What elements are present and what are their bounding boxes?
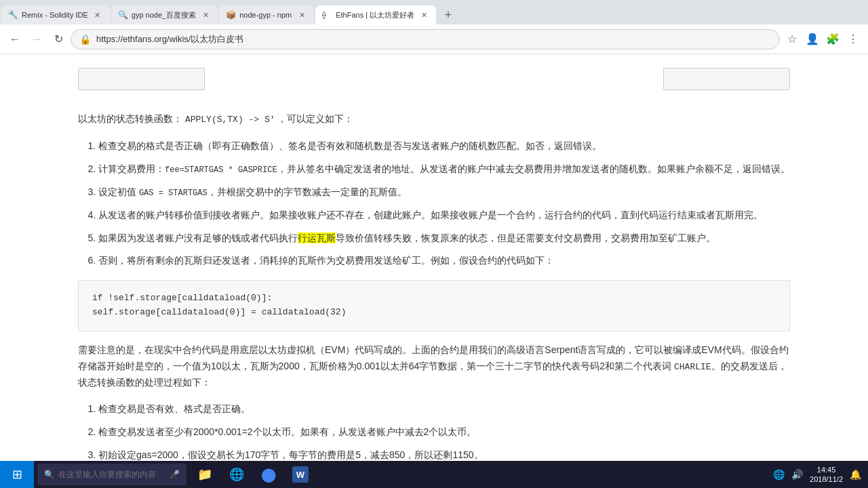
list-item-text: 如果因为发送者账户没有足够的钱或者代码执行行运瓦斯导致价值转移失败，恢复原来的状… [98,232,715,243]
tab-favicon-npm: 📦 [226,10,235,20]
tab-title-remix: Remix - Solidity IDE [22,11,88,19]
taskbar-search-input[interactable] [58,470,167,479]
chrome-icon: ⬤ [260,466,277,483]
tab-close-npm[interactable]: ✕ [296,9,307,20]
file-explorer-icon: 📁 [197,466,213,483]
list-item: 计算交易费用：fee=STARTGAS * GASPRICE，并从签名中确定发送… [98,161,790,178]
code-block: if !self.storage[calldataload(0)]: self.… [78,280,790,331]
tab-npm[interactable]: 📦 node-gyp - npm ✕ [219,5,314,24]
taskbar-time: 14:45 2018/11/2 [810,465,843,485]
mic-icon: 🎤 [170,470,180,479]
search-icon: 🔍 [44,470,54,479]
list-item-text: 否则，将所有剩余的瓦斯归还发送者，消耗掉的瓦斯作为交易费用发送给矿工。例如，假设… [98,255,554,266]
lock-icon: 🔒 [79,34,91,45]
clock-time: 14:45 [810,465,843,474]
profile-button[interactable]: 👤 [803,30,822,49]
charlie-code: CHARLIE [674,362,711,372]
list-item-text: 从发送者的账户转移价值到接收者账户。如果接收账户还不存在，创建此账户。如果接收账… [98,209,763,220]
content-area[interactable]: 以太坊的状态转换函数： APPLY(S,TX) -> S' ，可以定义如下： 检… [0,54,868,461]
tab-ethfans[interactable]: ⟠ EthFans | 以太坊爱好者 ✕ [315,5,436,24]
network-icon: 🌐 [773,469,785,480]
list-item: 检查交易的格式是否正确（即有正确数值）、签名是否有效和随机数是否与发送者账户的随… [98,138,790,155]
state-function-suffix: ，可以定义如下： [277,113,353,124]
top-right-button[interactable] [663,68,790,90]
state-function-label: 以太坊的状态转换函数： [78,113,182,124]
new-tab-button[interactable]: + [439,5,458,24]
taskbar: ⊞ 🔍 🎤 📁 🌐 ⬤ W 🌐 🔊 14:45 2018/11/2 🔔 [0,461,868,488]
list-item: 从发送者的账户转移价值到接收者账户。如果接收账户还不存在，创建此账户。如果接收账… [98,207,790,224]
nav-actions: ☆ 👤 🧩 ⋮ [783,30,863,49]
code-line-1: if !self.storage[calldataload(0)]: [92,291,776,306]
address-bar[interactable]: 🔒 [71,29,780,49]
page-content: 以太坊的状态转换函数： APPLY(S,TX) -> S' ，可以定义如下： 检… [64,54,804,461]
state-function-code: APPLY(S,TX) -> S' [185,115,275,125]
list-item-text: 检查交易是否有效、格式是否正确。 [98,403,250,414]
list-item: 初始设定gas=2000，假设交易长为170字节，每字节的费用是5，减去850，… [98,447,790,461]
url-input[interactable] [96,34,771,44]
tab-bar: 🔧 Remix - Solidity IDE ✕ 🔍 gyp node_百度搜索… [0,0,868,24]
list-item: 如果因为发送者账户没有足够的钱或者代码执行行运瓦斯导致价值转移失败，恢复原来的状… [98,230,790,247]
volume-icon: 🔊 [791,469,803,480]
menu-button[interactable]: ⋮ [844,30,863,49]
tab-title-baidu: gyp node_百度搜索 [132,10,196,20]
list-item: 检查交易发送者至少有2000*0.001=2个以太币。如果有，从发送者账户中减去… [98,424,790,441]
highlighted-text: 行运瓦斯 [298,232,336,243]
edge-icon: 🌐 [229,466,245,483]
taskbar-app-edge[interactable]: 🌐 [222,461,252,488]
state-function-intro: 以太坊的状态转换函数： APPLY(S,TX) -> S' ，可以定义如下： [78,110,790,127]
list-item-text: 设定初值 GAS = STARTGAS，并根据交易中的字节数减去一定量的瓦斯值。 [98,186,407,197]
taskbar-tray: 🌐 🔊 14:45 2018/11/2 🔔 [773,465,868,485]
tab-baidu[interactable]: 🔍 gyp node_百度搜索 ✕ [111,5,218,24]
second-list: 检查交易是否有效、格式是否正确。 检查交易发送者至少有2000*0.001=2个… [78,401,790,461]
list-item: 否则，将所有剩余的瓦斯归还发送者，消耗掉的瓦斯作为交易费用发送给矿工。例如，假设… [98,253,790,269]
list-item-text: 初始设定gas=2000，假设交易长为170字节，每字节的费用是5，减去850，… [98,449,484,460]
top-buttons [78,61,790,97]
tab-title-npm: node-gyp - npm [239,11,292,19]
taskbar-app-fileexplorer[interactable]: 📁 [190,461,220,488]
notification-icon[interactable]: 🔔 [850,469,861,480]
taskbar-app-word[interactable]: W [285,461,315,488]
paragraph-2: 需要注意的是，在现实中合约代码是用底层以太坊虚拟机（EVM）代码写成的。上面的合… [78,342,790,391]
list-item-text: 检查交易发送者至少有2000*0.001=2个以太币。如果有，从发送者账户中减去… [98,426,476,437]
taskbar-apps: 📁 🌐 ⬤ W [190,461,315,488]
list-item: 检查交易是否有效、格式是否正确。 [98,401,790,418]
tab-close-ethfans[interactable]: ✕ [418,9,429,20]
gas-code: GAS = STARTGAS [139,188,208,198]
refresh-button[interactable]: ↻ [49,30,68,49]
start-button[interactable]: ⊞ [0,461,34,488]
list-item-text: 检查交易的格式是否正确（即有正确数值）、签名是否有效和随机数是否与发送者账户的随… [98,140,601,151]
taskbar-search[interactable]: 🔍 🎤 [37,464,186,485]
tab-title-ethfans: EthFans | 以太坊爱好者 [336,10,414,20]
windows-icon: ⊞ [12,467,22,482]
taskbar-app-chrome[interactable]: ⬤ [254,461,283,488]
tab-favicon-ethfans: ⟠ [322,10,332,20]
back-button[interactable]: ← [5,30,24,49]
forward-button[interactable]: → [27,30,46,49]
list-item-text: 计算交易费用：fee=STARTGAS * GASPRICE，并从签名中确定发送… [98,163,790,174]
tab-favicon-remix: 🔧 [8,10,18,20]
tab-favicon-baidu: 🔍 [118,10,127,20]
clock-date: 2018/11/2 [810,474,843,484]
bookmark-button[interactable]: ☆ [783,30,802,49]
top-left-button[interactable] [78,68,205,90]
code-line-2: self.storage[calldataload(0)] = calldata… [92,306,776,320]
main-list: 检查交易的格式是否正确（即有正确数值）、签名是否有效和随机数是否与发送者账户的随… [78,138,790,269]
fee-code: fee=STARTGAS * GASPRICE [165,165,277,175]
browser-window: 🔧 Remix - Solidity IDE ✕ 🔍 gyp node_百度搜索… [0,0,868,461]
nav-bar: ← → ↻ 🔒 ☆ 👤 🧩 ⋮ [0,24,868,54]
extensions-button[interactable]: 🧩 [823,30,842,49]
tab-remix[interactable]: 🔧 Remix - Solidity IDE ✕ [1,5,110,24]
word-icon: W [292,466,309,483]
tab-close-baidu[interactable]: ✕ [200,9,211,20]
list-item: 设定初值 GAS = STARTGAS，并根据交易中的字节数减去一定量的瓦斯值。 [98,184,790,201]
tab-close-remix[interactable]: ✕ [92,9,103,20]
